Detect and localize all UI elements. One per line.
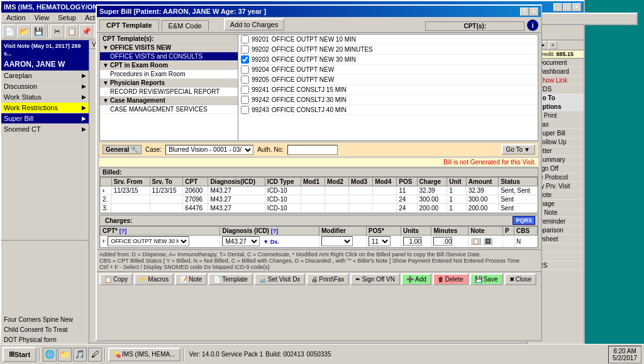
sign-off-vn-button[interactable]: ✒ Sign Off VN <box>350 273 400 285</box>
tree-group-case-management: ▼ Case Management CASE MANAGEMENT SERVIC… <box>100 96 238 114</box>
note-button[interactable]: 📝 Note <box>175 273 207 285</box>
taskbar-ie-icon[interactable]: 🌐 <box>43 348 57 361</box>
cpt-check-99203[interactable] <box>241 55 249 64</box>
delete-button[interactable]: 🗑 Delete <box>433 273 469 285</box>
tb-save[interactable]: 💾 <box>31 25 45 38</box>
macros-button[interactable]: ⚡ Macros <box>134 273 174 285</box>
print-fax-button[interactable]: 🖨 Print\Fax <box>306 273 349 285</box>
auth-input[interactable] <box>287 145 338 155</box>
cpt-check-99243[interactable] <box>241 106 249 114</box>
charges-units-input[interactable] <box>403 237 422 246</box>
sidebar-bottom-fourcorners[interactable]: Four Corners Spine New <box>1 315 89 325</box>
billed-row-3[interactable]: 3. 64476 M43.27 ICD-10 <box>101 204 528 213</box>
save-button[interactable]: 💾 Save <box>470 273 503 285</box>
tb-copy[interactable]: 📋 <box>65 25 79 38</box>
superbill-label: Super Bill <box>4 115 33 122</box>
col-mod1: Mod1 <box>301 178 325 186</box>
template-button[interactable]: 📄 Template <box>208 273 253 285</box>
row2-amount: 300.00 <box>466 195 499 204</box>
tree-item-case-management-services[interactable]: CASE MANAGEMENT SERVICES <box>100 105 238 114</box>
billed-row-1[interactable]: › 11/23/15 11/23/15 20600 M43.27 ICD-10 <box>101 186 528 195</box>
tree-item-office-visits-consults[interactable]: OFFICE VISITS and CONSULTS <box>100 52 238 61</box>
sidebar-item-careplan[interactable]: Careplan ▶ <box>1 71 89 81</box>
add-button[interactable]: ➕ Add <box>401 273 431 285</box>
charges-img-btn[interactable]: 🖼 <box>483 237 492 245</box>
showlink-label: Show Link <box>538 77 567 84</box>
tree-item-procedures[interactable]: Procedures in Exam Room <box>100 70 238 79</box>
charges-diag-select[interactable]: M43.27 <box>222 236 260 246</box>
menu-view[interactable]: View <box>31 13 53 22</box>
tree-group-physician-reports: ▼ Physician Reports RECORD REVIEW/SPECIA… <box>100 79 238 96</box>
row2-mod3 <box>349 195 373 204</box>
minimize-button[interactable]: _ <box>553 3 562 11</box>
tb-new[interactable]: 📄 <box>3 25 16 38</box>
cpt-check-99241[interactable] <box>241 86 249 94</box>
sidebar-item-snomedct[interactable]: Snomed CT ▶ <box>1 124 89 135</box>
sidebar-item-superbill[interactable]: Super Bill ▶ <box>1 113 89 124</box>
tb-cut[interactable]: ✂ <box>50 25 64 38</box>
macros-label: Macros <box>148 276 169 283</box>
case-label: Case: <box>145 146 162 153</box>
case-management-header-label: Case Management <box>110 97 165 104</box>
row1-srv-to: 11/23/15 <box>150 186 183 195</box>
charges-row1-modifier <box>319 236 366 247</box>
macros-icon: ⚡ <box>139 276 147 283</box>
set-visit-dx-button[interactable]: 🔬 Set Visit Dx <box>254 273 306 285</box>
col-mod4: Mod4 <box>373 178 397 186</box>
goto-label: Go To <box>506 146 523 153</box>
row3-srv-to <box>150 204 183 213</box>
charges-pos-select[interactable]: 11 <box>369 236 391 246</box>
tb-paste[interactable]: 📌 <box>79 25 93 38</box>
sidebar-item-workstatus[interactable]: Work Status ▶ <box>1 92 89 103</box>
tree-item-record-review[interactable]: RECORD REVIEW/SPECIAL REPORT <box>100 88 238 96</box>
taskbar-paint-icon[interactable]: 🖊 <box>88 348 102 361</box>
rp-btn3[interactable]: × <box>548 41 557 49</box>
cpt-check-99242[interactable] <box>241 96 249 104</box>
charges-minutes-input[interactable] <box>433 237 452 246</box>
taskbar-ims-btn[interactable]: 💊 IMS (IMS, HEMA... <box>108 348 180 361</box>
close-button-toolbar[interactable]: ✖ Close <box>504 273 528 285</box>
pqrs-button[interactable]: PQRS <box>513 216 527 225</box>
maximize-button[interactable]: □ <box>563 3 572 11</box>
row1-unit: 1 <box>447 186 466 195</box>
cpt-check-99202[interactable] <box>241 45 249 54</box>
charges-cpt-select[interactable]: OFFICE OUTPT NEW 30 MIN <box>108 236 189 246</box>
cpt-check-99204[interactable] <box>241 65 249 74</box>
menu-action[interactable]: Action <box>3 13 30 22</box>
charges-section: Charges: PQRS CPT* [?] Diagnosis (ICD <box>99 215 527 248</box>
sidebar-bottom-childconsent[interactable]: Child Consent To Treat <box>1 325 89 335</box>
menu-setup[interactable]: Setup <box>54 13 80 22</box>
copy-button[interactable]: 📋 Copy <box>99 273 133 285</box>
cpt-code-99203: 99203 <box>252 56 269 63</box>
charges-modifier-select[interactable] <box>321 236 353 246</box>
col-charge: Charge <box>417 178 447 186</box>
tb-open[interactable]: 📂 <box>17 25 31 38</box>
tree-header-case-management[interactable]: ▼ Case Management <box>100 96 238 105</box>
patient-name: AARON, JANE W <box>1 58 89 71</box>
tree-header-office-visits[interactable]: ▼ OFFICE VISITS NEW <box>100 43 238 52</box>
close-button[interactable]: × <box>572 3 581 11</box>
taskbar-media-icon[interactable]: 🎵 <box>73 348 87 361</box>
charges-note-btn[interactable]: 📋 <box>470 237 481 245</box>
sidebar-item-workrestrictions[interactable]: Work Restrictions ▶ <box>1 103 89 113</box>
cpt-check-99201[interactable] <box>241 40 249 43</box>
start-button[interactable]: ⊞ Start <box>3 347 36 362</box>
close-label: Close <box>516 276 528 283</box>
superbill-window: Super Bill [Patient: AARON, JANE W Age: … <box>96 40 527 341</box>
sidebar-bottom: Four Corners Spine New Child Consent To … <box>1 240 89 346</box>
cpt-code-99201: 99201 <box>252 40 269 43</box>
taskbar-build: Build: 002413 <box>265 351 304 358</box>
document-label: Document <box>538 59 567 66</box>
billed-row-2[interactable]: 2. 27096 M43.27 ICD-10 <box>101 195 528 204</box>
col-amount: Amount <box>466 178 499 186</box>
sidebar-item-discussion[interactable]: Discussion ▶ <box>1 81 89 92</box>
taskbar-folder-icon[interactable]: 📁 <box>58 348 72 361</box>
setvisitdx-icon: 🔬 <box>259 276 267 283</box>
tree-header-exam-room[interactable]: ▼ CPT in Exam Room <box>100 61 238 70</box>
cpt-check-99205[interactable] <box>241 76 249 84</box>
tree-header-physician-reports[interactable]: ▼ Physician Reports <box>100 79 238 88</box>
row3-unit: 1 <box>447 204 466 213</box>
case-select[interactable]: Blurred Vision - 0001 - 03/ <box>165 145 253 155</box>
goto-button[interactable]: Go To ▼ <box>501 144 527 155</box>
charges-section-header: Charges: <box>103 217 135 225</box>
